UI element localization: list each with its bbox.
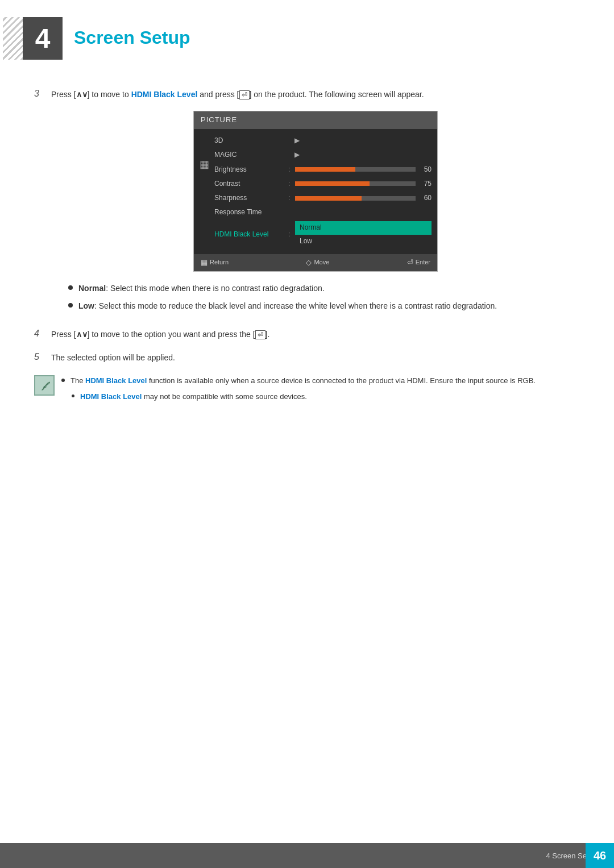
- menu-item-contrast-label: Contrast: [214, 178, 288, 189]
- note-icon: 𝒻: [34, 375, 55, 396]
- brightness-bar-fill: [295, 167, 355, 172]
- dropdown-option-normal: Normal: [295, 221, 432, 234]
- step4-enter-icon: ⏎: [255, 330, 265, 339]
- menu-body: ▦ 3D ▶ MAGIC ▶: [194, 129, 437, 254]
- hdmi-dropdown: Normal Low: [295, 221, 432, 247]
- menu-item-response-time: Response Time: [214, 205, 432, 219]
- menu-item-sharpness-value: 60: [416, 193, 432, 203]
- menu-item-brightness-colon: :: [288, 164, 295, 175]
- step-4-number: 4: [34, 328, 51, 339]
- step3-text-press: Press [∧∨] to move to: [51, 90, 131, 99]
- menu-item-brightness: Brightness : 50: [214, 163, 432, 177]
- footer-move-label: Move: [314, 258, 329, 268]
- menu-screenshot: PICTURE ▦ 3D ▶ MAGIC ▶: [193, 111, 438, 272]
- note-box: 𝒻 The HDMI Black Level function is avail…: [34, 375, 580, 406]
- menu-item-magic-arrow: ▶: [288, 149, 300, 160]
- step-3-content: Press [∧∨] to move to HDMI Black Level a…: [51, 88, 580, 318]
- menu-item-contrast-colon: :: [288, 178, 295, 189]
- menu-item-brightness-label: Brightness: [214, 164, 288, 175]
- step3-enter-icon: ⏎: [239, 90, 250, 99]
- note-bullet-dot-2: [72, 394, 74, 397]
- bullet-low-text: Low: Select this mode to reduce the blac…: [78, 300, 497, 312]
- note-bullet-2: HDMI Black Level may not be compatible w…: [72, 391, 580, 402]
- menu-item-3d: 3D ▶: [214, 134, 432, 148]
- footer-page-number: 46: [586, 843, 614, 868]
- menu-item-3d-label: 3D: [214, 135, 288, 146]
- sharpness-bar-fill: [295, 196, 362, 201]
- step-4-content: Press [∧∨] to move to the option you wan…: [51, 328, 580, 340]
- contrast-bar-fill: [295, 181, 370, 186]
- menu-item-sharpness-label: Sharpness: [214, 193, 288, 203]
- step-5-content: The selected option will be applied.: [51, 351, 580, 364]
- footer-return: ▦ Return: [201, 257, 229, 269]
- note-2-text: HDMI Black Level may not be compatible w…: [80, 391, 307, 402]
- bullet-low-label: Low: [78, 301, 94, 310]
- step3-text-and-press: and press [: [197, 90, 239, 99]
- menu-item-contrast-value: 75: [416, 178, 432, 189]
- menu-item-brightness-bar: [295, 167, 416, 172]
- menu-footer: ▦ Return ◇ Move ⏎ Enter: [194, 254, 437, 272]
- menu-item-magic-label: MAGIC: [214, 149, 288, 160]
- enter-icon: ⏎: [407, 257, 413, 269]
- chapter-title: Screen Setup: [74, 17, 190, 48]
- step-3: 3 Press [∧∨] to move to HDMI Black Level…: [34, 88, 580, 318]
- note-1-text: The HDMI Black Level function is availab…: [70, 375, 536, 387]
- menu-item-sharpness-bar: [295, 196, 416, 201]
- menu-item-hdmi-colon: :: [288, 229, 295, 240]
- bullet-dot-normal: [68, 285, 73, 290]
- sharpness-bar-bg: [295, 196, 416, 201]
- menu-item-hdmi-black-level: HDMI Black Level : Normal Low: [214, 219, 432, 249]
- step4-nav-symbol: ∧∨: [76, 330, 88, 339]
- note-bullet-dot-1: [61, 379, 65, 382]
- note-bullet-1: The HDMI Black Level function is availab…: [61, 375, 580, 387]
- menu-header-label: PICTURE: [194, 111, 437, 129]
- bullet-low: Low: Select this mode to reduce the blac…: [68, 300, 580, 312]
- menu-item-magic: MAGIC ▶: [214, 148, 432, 162]
- chapter-number: 4: [35, 23, 51, 54]
- menu-left-icon: ▦: [194, 134, 214, 173]
- menu-item-sharpness-colon: :: [288, 193, 295, 203]
- menu-item-contrast: Contrast : 75: [214, 177, 432, 191]
- step3-text-on-product: ] on the product. The following screen w…: [250, 90, 424, 99]
- step3-hdmi-term: HDMI Black Level: [131, 90, 198, 99]
- bullet-dot-low: [68, 303, 73, 308]
- menu-item-3d-arrow: ▶: [288, 135, 300, 146]
- main-content: 3 Press [∧∨] to move to HDMI Black Level…: [34, 88, 580, 406]
- page-header: 4 Screen Setup: [23, 0, 580, 71]
- step-3-number: 3: [34, 88, 51, 99]
- bullet-normal-label: Normal: [78, 284, 106, 293]
- dropdown-option-low: Low: [295, 235, 432, 248]
- menu-items-list: 3D ▶ MAGIC ▶ Brightness :: [214, 134, 437, 250]
- menu-item-contrast-bar: [295, 181, 416, 186]
- page-footer: 4 Screen Setup 46: [0, 843, 614, 868]
- note-2-hdmi-term: HDMI Black Level: [80, 392, 142, 401]
- contrast-bar-bg: [295, 181, 416, 186]
- menu-item-sharpness: Sharpness : 60: [214, 191, 432, 205]
- note-bullets-list: The HDMI Black Level function is availab…: [61, 375, 580, 402]
- footer-enter-label: Enter: [416, 258, 430, 268]
- return-icon: ▦: [201, 257, 208, 269]
- step-5-number: 5: [34, 351, 51, 362]
- menu-item-brightness-value: 50: [416, 164, 432, 175]
- hdmi-options-list: Normal: Select this mode when there is n…: [68, 282, 580, 312]
- bullet-normal-text: Normal: Select this mode when there is n…: [78, 282, 325, 294]
- move-icon: ◇: [306, 257, 312, 269]
- step-5: 5 The selected option will be applied.: [34, 351, 580, 364]
- step-4: 4 Press [∧∨] to move to the option you w…: [34, 328, 580, 340]
- note-content: The HDMI Black Level function is availab…: [61, 375, 580, 406]
- note-1-hdmi-term: HDMI Black Level: [85, 376, 147, 385]
- menu-item-response-time-label: Response Time: [214, 207, 288, 218]
- chapter-number-box: 4: [23, 17, 63, 60]
- footer-return-label: Return: [210, 258, 229, 268]
- brightness-bar-bg: [295, 167, 416, 172]
- footer-move: ◇ Move: [306, 257, 329, 269]
- footer-enter: ⏎ Enter: [407, 257, 430, 269]
- menu-item-hdmi-label: HDMI Black Level: [214, 229, 288, 240]
- bullet-normal: Normal: Select this mode when there is n…: [68, 282, 580, 294]
